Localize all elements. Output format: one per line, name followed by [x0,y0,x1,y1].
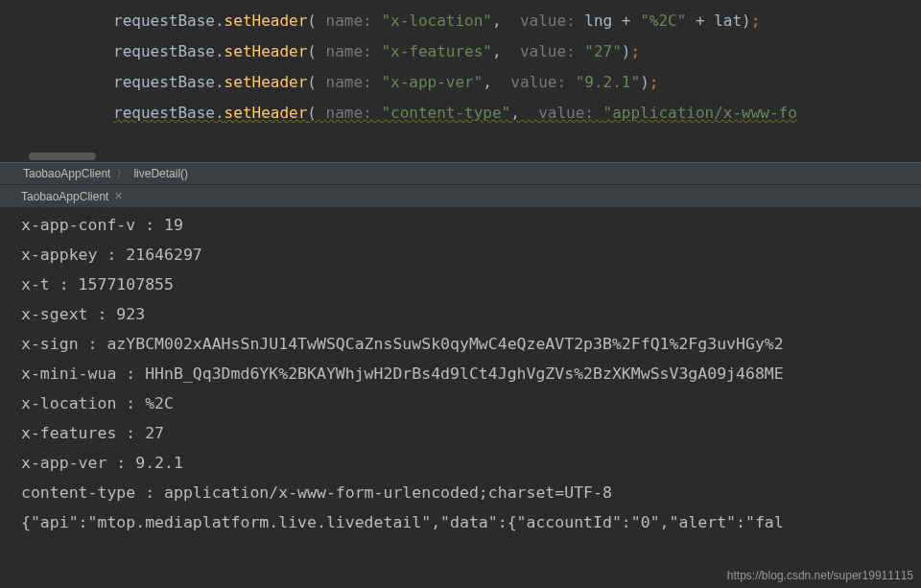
console-line: x-sgext : 923 [21,299,921,329]
console-line: x-mini-wua : HHnB_Qq3Dmd6YK%2BKAYWhjwH2D… [21,359,921,388]
horizontal-scrollbar-track[interactable] [0,151,921,162]
tab-label: TaobaoAppClient [21,190,108,203]
horizontal-scrollbar-thumb[interactable] [29,153,96,160]
console-line: x-sign : azYBCM002xAAHsSnJU14TwWSQCaZnsS… [21,329,921,359]
breadcrumb-class[interactable]: TaobaoAppClient [17,167,116,180]
console-line: x-appkey : 21646297 [21,240,921,270]
close-icon[interactable]: ✕ [114,190,123,202]
console-line: x-t : 1577107855 [21,270,921,299]
code-line[interactable]: requestBase.setHeader( name: "content-ty… [0,98,921,129]
breadcrumb-method[interactable]: liveDetail() [128,167,194,180]
console-line: content-type : application/x-www-form-ur… [21,478,921,507]
code-line[interactable]: requestBase.setHeader( name: "x-app-ver"… [0,67,921,98]
breadcrumb: TaobaoAppClient 〉 liveDetail() [0,162,921,185]
watermark: https://blog.csdn.net/super19911115 [727,569,913,582]
console-line: x-features : 27 [21,418,921,448]
chevron-right-icon: 〉 [116,166,128,182]
console-line: x-app-ver : 9.2.1 [21,448,921,478]
console-line: {"api":"mtop.mediaplatform.live.livedeta… [21,507,921,537]
code-editor[interactable]: requestBase.setHeader( name: "x-location… [0,0,921,149]
code-line[interactable]: requestBase.setHeader( name: "x-location… [0,6,921,36]
console-tab-bar: TaobaoAppClient ✕ [0,185,921,208]
console-output[interactable]: x-app-conf-v : 19x-appkey : 21646297x-t … [0,208,921,537]
code-line[interactable]: requestBase.setHeader( name: "x-features… [0,36,921,67]
console-line: x-location : %2C [21,388,921,418]
tab-taobaoappclient[interactable]: TaobaoAppClient ✕ [21,190,123,203]
console-line: x-app-conf-v : 19 [21,210,921,240]
